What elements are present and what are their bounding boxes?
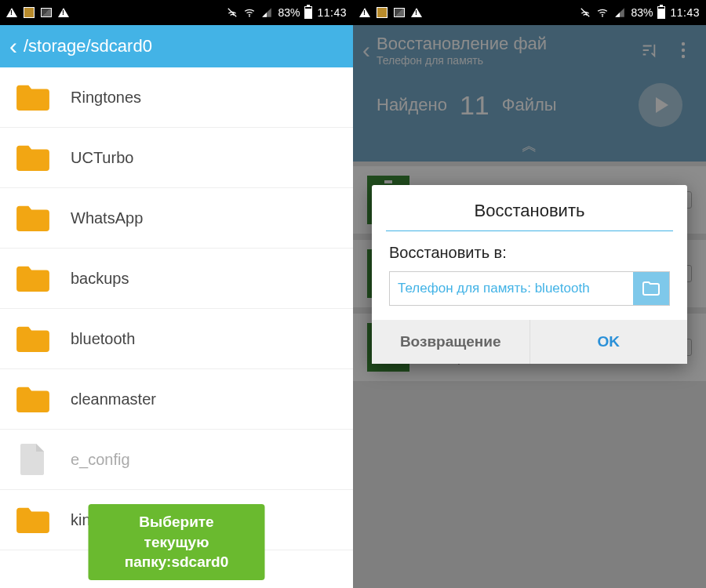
folder-icon xyxy=(14,263,52,294)
folder-icon xyxy=(14,323,52,354)
battery-icon xyxy=(657,6,665,19)
item-label: cleanmaster xyxy=(71,390,156,408)
app-notification-icon xyxy=(377,7,388,18)
no-signal-icon xyxy=(226,7,238,18)
destination-value[interactable]: Телефон для память: bluetooth xyxy=(390,272,633,305)
dialog-title: Восстановить xyxy=(372,185,687,230)
warning-icon xyxy=(359,8,370,17)
item-label: WhatsApp xyxy=(71,209,143,227)
cell-signal-icon xyxy=(260,7,273,18)
list-item[interactable]: UCTurbo xyxy=(0,128,353,188)
list-item[interactable]: e_config xyxy=(0,430,353,490)
list-item[interactable]: backups xyxy=(0,249,353,309)
file-picker-screen: 83% 11:43 ‹ /storage/sdcard0 RingtonesUC… xyxy=(0,0,353,588)
warning-icon xyxy=(58,8,69,17)
wifi-icon xyxy=(596,7,609,18)
recovery-screen: 83% 11:43 ‹ Восстановление фай Телефон д… xyxy=(353,0,706,588)
current-path: /storage/sdcard0 xyxy=(24,36,152,56)
screenshot-icon xyxy=(394,8,405,17)
clock-text: 11:43 xyxy=(317,6,347,19)
folder-icon xyxy=(14,142,52,173)
no-signal-icon xyxy=(579,7,591,18)
path-bar[interactable]: ‹ /storage/sdcard0 xyxy=(0,25,353,67)
folder-icon xyxy=(14,202,52,234)
destination-field: Телефон для память: bluetooth xyxy=(389,271,670,306)
folder-open-icon xyxy=(642,281,661,296)
svg-point-1 xyxy=(602,16,604,17)
item-label: Ringtones xyxy=(71,89,141,107)
folder-icon xyxy=(14,383,52,415)
warning-icon xyxy=(411,8,422,17)
list-item[interactable]: bluetooth xyxy=(0,309,353,369)
dialog-buttons: Возвращение OK xyxy=(372,320,687,364)
clock-text: 11:43 xyxy=(670,6,700,19)
cancel-button[interactable]: Возвращение xyxy=(372,320,530,364)
wifi-icon xyxy=(243,7,256,18)
restore-dialog: Восстановить Восстановить в: Телефон для… xyxy=(372,185,687,364)
battery-text: 83% xyxy=(631,6,653,19)
select-folder-button[interactable]: Выберите текущую папку:sdcard0 xyxy=(89,504,265,580)
screenshot-icon xyxy=(41,8,52,17)
ok-button[interactable]: OK xyxy=(530,320,688,364)
folder-icon xyxy=(14,82,52,113)
item-label: e_config xyxy=(71,451,130,469)
list-item[interactable]: cleanmaster xyxy=(0,369,353,430)
file-icon xyxy=(14,444,52,475)
cell-signal-icon xyxy=(613,7,626,18)
warning-icon xyxy=(6,8,17,17)
list-item[interactable]: WhatsApp xyxy=(0,188,353,249)
status-bar: 83% 11:43 xyxy=(0,0,353,25)
dialog-divider xyxy=(386,230,673,231)
item-label: UCTurbo xyxy=(71,149,133,167)
item-label: bluetooth xyxy=(71,330,135,348)
svg-point-0 xyxy=(249,16,251,17)
browse-folder-button[interactable] xyxy=(633,272,669,305)
status-bar: 83% 11:43 xyxy=(353,0,706,25)
back-icon[interactable]: ‹ xyxy=(9,34,17,58)
app-notification-icon xyxy=(24,7,35,18)
item-label: backups xyxy=(71,270,129,288)
battery-text: 83% xyxy=(278,6,300,19)
list-item[interactable]: Ringtones xyxy=(0,67,353,128)
battery-icon xyxy=(304,6,312,19)
folder-icon xyxy=(14,504,52,535)
field-label: Восстановить в: xyxy=(389,244,670,262)
